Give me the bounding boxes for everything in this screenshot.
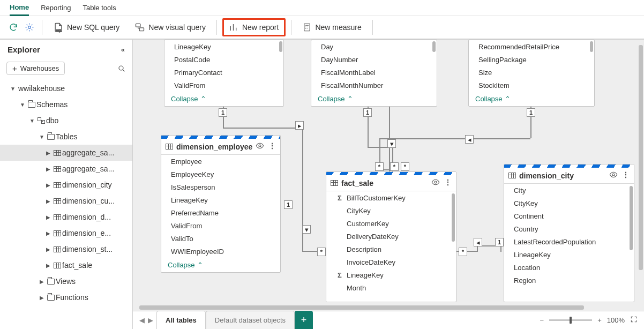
new-measure-button[interactable]: New measure [297, 18, 366, 36]
chevron-right-icon: ▶ [38, 279, 46, 285]
tree-table-item[interactable]: ▶ dimension_d... [0, 209, 132, 225]
table-icon [53, 182, 62, 188]
tree-table-item[interactable]: ▶ aggregate_sa... [0, 161, 132, 177]
tree-root[interactable]: ▼ wwilakehouse [0, 80, 132, 96]
tree-table-item[interactable]: ▶ dimension_st... [0, 241, 132, 257]
chevron-right-icon: ▶ [44, 198, 53, 204]
table-icon [53, 198, 62, 204]
field-item: Continent [504, 210, 634, 222]
new-report-button[interactable]: New report [222, 18, 286, 36]
field-item: RecommendedRetailPrice [469, 40, 594, 53]
more-icon[interactable]: ⋮ [622, 170, 630, 181]
field-item: Month [326, 281, 456, 294]
visibility-icon[interactable] [609, 170, 618, 181]
entity-card-fact-sale[interactable]: fact_sale ⋮ ΣBillToCustomerKey CityKey C… [326, 171, 456, 302]
direction-arrow-icon: ▾ [387, 139, 396, 148]
tree-tables[interactable]: ▼ Tables [0, 129, 132, 145]
chevron-right-icon: ▶ [44, 150, 53, 156]
cardinality-many: * [375, 162, 384, 171]
field-item: LatestRecordedPopulation [504, 235, 634, 248]
refresh-button[interactable] [6, 18, 20, 36]
tree-item-label: dimension_city [62, 181, 112, 189]
tree-functions-label: Functions [56, 293, 88, 302]
sigma-icon: Σ [336, 194, 343, 202]
tree-functions[interactable]: ▶ Functions [0, 289, 132, 305]
collapse-pane-icon[interactable]: « [121, 46, 125, 54]
svg-point-6 [259, 145, 261, 147]
table-icon [53, 166, 62, 172]
tab-home[interactable]: Home [10, 0, 29, 16]
zoom-level-label: 100% [607, 316, 625, 324]
visibility-icon[interactable] [256, 141, 264, 152]
field-item: Description [326, 243, 456, 256]
table-icon [53, 214, 62, 220]
tree-root-label: wwilakehouse [18, 84, 65, 93]
tab-reporting[interactable]: Reporting [41, 1, 71, 15]
tree-schemas[interactable]: ▼ Schemas [0, 96, 132, 113]
svg-point-8 [612, 174, 615, 176]
entity-card-cut[interactable]: Day DayNumber FiscalMonthLabel FiscalMon… [311, 40, 437, 107]
cardinality-many: * [390, 162, 399, 171]
cardinality-many: * [401, 162, 409, 171]
field-item: FiscalMonthLabel [311, 66, 437, 79]
entity-card-dimension-city[interactable]: dimension_city ⋮ City CityKey Continent … [504, 164, 634, 302]
field-item: IsSalesperson [161, 181, 280, 193]
entity-card-cut[interactable]: RecommendedRetailPrice SellingPackage Si… [468, 40, 595, 107]
tree-item-label: fact_sale [62, 261, 92, 270]
tree-table-item[interactable]: ▶ aggregate_sa... [0, 145, 132, 161]
tree-table-item[interactable]: ▶ dimension_e... [0, 225, 132, 241]
field-item: CityKey [326, 204, 456, 217]
chevron-up-icon: ⌃ [505, 95, 511, 103]
field-item: LineageKey [504, 248, 634, 261]
visibility-icon[interactable] [431, 178, 440, 188]
chevron-right-icon: ▶ [44, 166, 53, 172]
tree-views[interactable]: ▶ Views [0, 273, 132, 289]
collapse-button[interactable]: Collapse⌃ [469, 92, 594, 106]
field-item: LineageKey [161, 193, 280, 206]
field-item: EmployeeKey [161, 168, 280, 181]
cardinality-many: * [317, 248, 326, 256]
bottom-tab-all-tables[interactable]: All tables [156, 311, 206, 329]
card-title: dimension_employee [176, 143, 252, 151]
table-icon [166, 144, 173, 149]
card-title: fact_sale [341, 179, 373, 188]
field-item: WWIEmployeeID [161, 245, 280, 258]
fit-to-screen-icon[interactable] [630, 316, 638, 325]
tree-table-item[interactable]: ▶ dimension_city [0, 177, 132, 193]
entity-card-dimension-employee[interactable]: dimension_employee ⋮ Employee EmployeeKe… [161, 135, 281, 273]
new-visual-query-button[interactable]: New visual query [129, 18, 211, 36]
entity-card-cut[interactable]: LineageKey PostalCode PrimaryContact Val… [164, 40, 284, 107]
bottom-tab-add[interactable]: + [295, 311, 313, 329]
collapse-button[interactable]: Collapse⌃ [161, 258, 280, 272]
more-icon[interactable]: ⋮ [268, 141, 276, 152]
tab-nav-prev-icon[interactable]: ◀ [139, 316, 145, 324]
schema-icon [36, 117, 46, 124]
svg-point-0 [28, 26, 31, 29]
chevron-up-icon: ⌃ [200, 95, 206, 103]
zoom-in-button[interactable]: + [597, 316, 602, 324]
add-warehouse-button[interactable]: + Warehouses [6, 62, 65, 75]
horizontal-scrollbar[interactable] [139, 305, 584, 310]
new-sql-query-button[interactable]: SQL New SQL query [48, 18, 125, 36]
chevron-right-icon: ▶ [44, 214, 53, 220]
tree-table-item[interactable]: ▶ dimension_cu... [0, 193, 132, 209]
tab-nav-next-icon[interactable]: ▶ [148, 316, 153, 324]
folder-icon [46, 279, 56, 285]
vertical-scrollbar[interactable] [639, 45, 643, 270]
more-icon[interactable]: ⋮ [444, 178, 452, 188]
zoom-out-button[interactable]: − [540, 316, 544, 324]
field-item: CustomerKey [326, 217, 456, 230]
tree-table-item[interactable]: ▶ fact_sale [0, 257, 132, 273]
bottom-tab-default-dataset[interactable]: Default dataset objects [206, 311, 295, 329]
tree-views-label: Views [56, 277, 76, 286]
settings-button[interactable] [23, 18, 36, 36]
search-icon[interactable] [117, 64, 126, 73]
field-item: ValidTo [161, 232, 280, 245]
direction-arrow-icon: ◂ [465, 135, 474, 144]
collapse-button[interactable]: Collapse⌃ [164, 92, 283, 106]
svg-point-5 [119, 66, 123, 70]
tab-table-tools[interactable]: Table tools [83, 1, 116, 15]
zoom-slider[interactable] [549, 319, 592, 321]
tree-dbo[interactable]: ▼ dbo [0, 113, 132, 129]
collapse-button[interactable]: Collapse⌃ [311, 92, 437, 106]
